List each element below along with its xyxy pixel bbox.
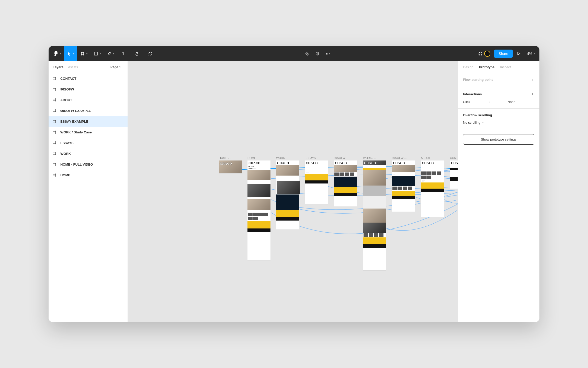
remove-interaction-button[interactable]: − [532, 100, 534, 104]
layer-row[interactable]: 90SOFW [49, 84, 128, 95]
layer-name: 90SOFW EXAMPLE [60, 109, 91, 113]
right-panel: Design Prototype Inspect Flow starting p… [458, 61, 539, 322]
layer-name: WORK [60, 152, 71, 156]
component-icon[interactable] [305, 51, 310, 56]
frame-icon [53, 130, 57, 134]
canvas-frame[interactable]: WORK / ... CHACO— — —— — — [363, 156, 386, 270]
zoom-control[interactable]: 4% ▾ [527, 52, 535, 56]
tab-design[interactable]: Design [463, 65, 473, 69]
frame-label: WORK [276, 156, 299, 159]
hand-icon [135, 51, 139, 56]
artboard[interactable]: CHACO— — — —— — — —— — —— — — —— — —— — … [305, 160, 328, 204]
frame-label: ABOUT [421, 156, 444, 159]
layer-row[interactable]: WORK / Study Case [49, 127, 128, 137]
interaction-row[interactable]: Click → None − [463, 100, 534, 104]
frame-icon [53, 141, 57, 145]
flow-starting-point-section: Flow starting point ＋ [458, 73, 539, 87]
text-tool-button[interactable]: T [117, 46, 130, 61]
app-body: Layers Assets Page 1 ▾ CONTACT 90SOFW AB… [49, 61, 539, 322]
canvas-frame[interactable]: ABOUT CHACO— — — —— — —— — — —— — —— — —… [421, 156, 444, 217]
layer-row[interactable]: 90SOFW EXAMPLE [49, 105, 128, 116]
layer-name: WORK / Study Case [60, 130, 92, 134]
page-selector[interactable]: Page 1 ▾ [110, 65, 123, 69]
add-interaction-button[interactable]: ＋ [531, 92, 534, 96]
overflow-select[interactable]: No scrolling ▾ [463, 121, 534, 124]
layer-list: CONTACT 90SOFW ABOUT 90SOFW EXAMPLE ESSA… [49, 73, 128, 322]
canvas-frame[interactable]: 90SOFW ... CHACO— — —— — —— — [392, 156, 415, 212]
frame-label: CONTACT [450, 156, 458, 159]
headphones-icon[interactable] [478, 51, 483, 56]
present-icon[interactable] [516, 51, 521, 56]
artboard[interactable]: CHACO [334, 160, 357, 206]
app-window: ▾ ▾ ▾ ▾ [49, 46, 539, 322]
layer-row[interactable]: ESSAYS [49, 137, 128, 148]
chevron-down-icon: ▾ [86, 53, 87, 55]
svg-rect-1 [94, 52, 97, 55]
artboard[interactable]: CHACO [219, 160, 242, 173]
frame-icon [53, 119, 57, 123]
canvas-frame[interactable]: ESSAYS CHACO— — — —— — — —— — —— — — —— … [305, 156, 328, 204]
interactions-section: Interactions ＋ Click → None − [458, 87, 539, 109]
hand-tool-button[interactable] [130, 46, 144, 61]
canvas-frame[interactable]: HOME - ... CHACO [219, 156, 242, 173]
page-selector-label: Page 1 [110, 65, 121, 69]
layer-row[interactable]: ESSAY EXAMPLE [49, 116, 128, 127]
artboard[interactable]: CHACO— — —— — —— — [392, 160, 415, 212]
artboard[interactable]: CHACOWE AREANIMALS— — — —— — — —— — —— —… [247, 160, 270, 260]
frame-label: 90SOFW ... [392, 156, 415, 159]
frame-icon [53, 152, 57, 156]
layer-name: CONTACT [60, 77, 76, 80]
toolbar-left: ▾ ▾ ▾ ▾ [51, 46, 157, 61]
comment-tool-button[interactable] [144, 46, 157, 61]
layer-row[interactable]: WORK [49, 148, 128, 159]
overflow-section: Overflow scrolling No scrolling ▾ [458, 109, 539, 129]
boolean-icon[interactable]: ▾ [325, 51, 330, 56]
layer-row[interactable]: CONTACT [49, 73, 128, 84]
avatars[interactable] [486, 51, 490, 57]
layer-row[interactable]: ABOUT [49, 95, 128, 105]
chevron-down-icon: ▾ [73, 53, 74, 55]
toolbar: ▾ ▾ ▾ ▾ [49, 46, 539, 61]
tab-prototype[interactable]: Prototype [479, 65, 494, 69]
add-flow-button[interactable]: ＋ [531, 78, 534, 82]
artboard[interactable]: CHACO— — —— — — [363, 160, 386, 270]
chevron-down-icon: ▾ [100, 53, 101, 55]
frame-icon [53, 109, 57, 113]
layer-row[interactable]: HOME - FULL VIDEO [49, 159, 128, 170]
artboard[interactable]: CHACO— — —— — [450, 160, 458, 189]
main-menu-button[interactable]: ▾ [51, 46, 64, 61]
layer-row[interactable]: HOME [49, 170, 128, 180]
shape-tool-button[interactable]: ▾ [91, 46, 104, 61]
tab-layers[interactable]: Layers [53, 65, 63, 69]
artboard[interactable]: CHACO— — — —— — —— — — —— — —— — —— — ——… [421, 160, 444, 217]
frame-label: HOME - ... [219, 156, 242, 159]
chevron-down-icon: ▾ [113, 53, 114, 55]
canvas-frame[interactable]: WORK CHACO [276, 156, 299, 229]
tab-assets[interactable]: Assets [68, 65, 78, 69]
show-prototype-settings-button[interactable]: Show prototype settings [463, 134, 534, 145]
chevron-down-icon: ▾ [329, 53, 330, 55]
toolbar-right: Share 4% ▾ [478, 50, 537, 58]
tab-inspect[interactable]: Inspect [500, 65, 511, 69]
canvas-frame[interactable]: HOME CHACOWE AREANIMALS— — — —— — — —— —… [247, 156, 270, 260]
cursor-icon [67, 51, 72, 56]
overflow-value: No scrolling [463, 121, 480, 124]
frame-tool-button[interactable]: ▾ [77, 46, 91, 61]
chevron-down-icon: ▾ [122, 66, 123, 68]
canvas[interactable]: Flow 1 HOME - ... CHACO HOME CHACOWE ARE… [128, 61, 458, 322]
move-tool-button[interactable]: ▾ [64, 46, 77, 61]
chevron-down-icon: ▾ [534, 53, 535, 55]
frame-label: ESSAYS [305, 156, 328, 159]
mask-icon[interactable] [315, 51, 320, 56]
canvas-frame[interactable]: 90SOFW CHACO [334, 156, 357, 206]
frame-label: 90SOFW [334, 156, 357, 159]
zoom-value: 4% [527, 52, 532, 56]
chevron-down-icon: ▾ [482, 121, 483, 124]
pen-tool-button[interactable]: ▾ [104, 46, 117, 61]
comment-icon [148, 51, 153, 56]
canvas-frame[interactable]: CONTACT CHACO— — —— — [450, 156, 458, 189]
svg-point-0 [56, 53, 58, 54]
artboard[interactable]: CHACO [276, 160, 299, 229]
frame-icon [53, 76, 57, 80]
share-button[interactable]: Share [494, 50, 513, 58]
